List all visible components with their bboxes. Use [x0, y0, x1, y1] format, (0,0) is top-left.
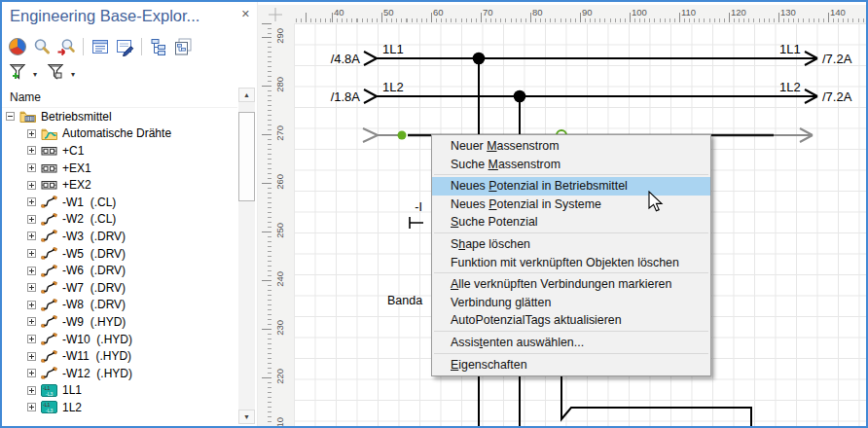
context-menu-item[interactable]: Suche Massenstrom — [432, 156, 710, 174]
dropdown-caret-icon[interactable]: ▾ — [33, 70, 37, 79]
context-menu-item[interactable]: Neuer Massenstrom — [432, 137, 710, 156]
h-ruler-label: 40 — [334, 7, 344, 18]
tree-row[interactable]: +EX2 — [2, 176, 237, 194]
h-ruler-label: 100 — [632, 7, 647, 18]
expand-icon[interactable] — [27, 232, 36, 240]
filter-settings-icon[interactable] — [46, 62, 67, 81]
net1-right-value: /7.2A — [822, 52, 852, 66]
net1-tag: 1L1 — [382, 42, 404, 56]
expand-icon[interactable] — [27, 181, 36, 190]
potential-line-1l2[interactable] — [364, 89, 817, 103]
name-column-header[interactable]: Name — [10, 90, 41, 104]
expand-icon[interactable] — [27, 197, 36, 206]
tree-row[interactable]: +C1 — [2, 142, 237, 160]
context-menu-item[interactable]: Funktion mit verknüpften Objekten lösche… — [432, 254, 710, 272]
context-menu-item[interactable]: Alle verknüpften Verbindungen markieren — [432, 275, 710, 294]
tree-item-label: -W9 (.HYD) — [62, 315, 126, 329]
tree-row[interactable]: Automatische Drähte — [2, 125, 237, 143]
clipped-device-tag: -I — [415, 200, 422, 214]
auto-wires-folder-icon — [41, 127, 57, 140]
expand-icon[interactable] — [27, 146, 36, 155]
scrollbar-thumb[interactable] — [238, 112, 255, 201]
explorer-toolbar — [8, 35, 193, 58]
contact-symbol[interactable] — [410, 217, 423, 229]
context-menu-item[interactable]: Verbindung glätten — [432, 294, 710, 312]
expand-icon[interactable] — [27, 335, 36, 343]
context-menu-item[interactable]: Neues Potenzial in Systeme — [432, 196, 710, 214]
context-menu-item[interactable]: Eigenschaften — [432, 356, 710, 374]
cable-icon — [41, 350, 57, 363]
tree-scrollbar[interactable]: ▲ ▼ — [238, 88, 255, 424]
context-menu-item[interactable]: AutoPotenzialTags aktualisieren — [432, 311, 710, 330]
tree-view-icon[interactable] — [149, 37, 168, 56]
tree-row[interactable]: -W9 (.HYD) — [2, 313, 237, 331]
potential-line-1l1[interactable] — [364, 52, 817, 65]
tree-item-label: -W6 (.DRV) — [62, 264, 126, 277]
context-menu-item[interactable]: Suche Potenzial — [432, 213, 710, 232]
edit-report-icon[interactable] — [115, 37, 134, 56]
cable-icon — [41, 196, 57, 208]
tree-row[interactable]: -W7 (.DRV) — [2, 279, 237, 297]
tree-row[interactable]: +EX1 — [2, 160, 237, 177]
context-menu-item[interactable]: Neues Potenzial in Betriebsmittel — [432, 177, 710, 196]
tree-row[interactable]: -W5 (.DRV) — [2, 245, 237, 263]
expand-icon[interactable] — [27, 129, 36, 138]
net2-right-tag: 1L2 — [779, 80, 801, 94]
tree-item-label: -W2 (.CL) — [62, 212, 116, 226]
tree-item-label: Betriebsmittel — [41, 110, 112, 124]
tree-row[interactable]: Betriebsmittel — [2, 108, 237, 125]
tree-row[interactable]: -W8 (.DRV) — [2, 297, 237, 314]
tree-item-label: Automatische Drähte — [62, 126, 171, 140]
tree-item-label: -W7 (.DRV) — [62, 281, 126, 295]
close-icon[interactable]: ✕ — [241, 9, 250, 19]
search-goto-icon[interactable] — [56, 37, 76, 56]
tree-row[interactable]: -W1 (.CL) — [2, 194, 237, 211]
explore-sphere-icon[interactable] — [8, 37, 27, 56]
expand-icon[interactable] — [27, 301, 36, 309]
connection-endpoint-dot[interactable] — [398, 131, 407, 140]
report-list-icon[interactable] — [90, 37, 110, 56]
tree-row[interactable]: -W12 (.HYD) — [2, 365, 237, 382]
v-ruler-label: 220 — [274, 369, 285, 384]
expand-icon[interactable] — [27, 215, 36, 224]
terminal-strip-icon — [41, 179, 57, 191]
scroll-down-icon[interactable]: ▼ — [238, 410, 255, 424]
application-window: Engineering Base-Explor... ✕ — [0, 0, 868, 428]
terminal-strip-icon — [41, 162, 57, 174]
tree-row[interactable]: -W2 (.CL) — [2, 211, 237, 229]
v-ruler-label: 270 — [274, 125, 285, 141]
ruler-corner — [258, 5, 294, 23]
filter-toolbar: ▾ ▾ — [8, 59, 82, 83]
tree-item-label: 1L2 — [62, 401, 82, 414]
vertical-ruler: 290280270260250240230220210 — [258, 23, 295, 426]
expand-icon[interactable] — [27, 163, 36, 172]
expand-icon[interactable] — [27, 369, 36, 377]
expand-icon[interactable] — [27, 403, 36, 411]
expand-icon[interactable] — [27, 267, 36, 275]
context-menu-item[interactable]: Assistenten auswählen... — [432, 334, 710, 352]
scroll-up-icon[interactable]: ▲ — [238, 88, 255, 102]
tree-row[interactable]: -W10 (.HYD) — [2, 331, 237, 348]
expand-icon[interactable] — [27, 283, 36, 292]
tree-row[interactable]: -L1-L31L2 — [2, 399, 237, 416]
menu-separator — [434, 174, 708, 175]
expand-icon[interactable] — [27, 352, 36, 361]
tree-row[interactable]: -L1-L31L1 — [2, 382, 237, 400]
add-filter-icon[interactable] — [8, 62, 29, 81]
tree-row[interactable]: -W3 (.DRV) — [2, 228, 237, 245]
tree-row[interactable]: -W11 (.HYD) — [2, 347, 237, 365]
expand-icon[interactable] — [27, 386, 36, 395]
expand-icon[interactable] — [27, 317, 36, 326]
cable-icon — [41, 281, 57, 294]
context-menu-item[interactable]: Shape löschen — [432, 235, 710, 254]
collapse-icon[interactable] — [6, 112, 15, 121]
clipped-text-label: Banda — [387, 294, 422, 307]
tree-copy-icon[interactable] — [173, 37, 193, 56]
tree-row[interactable]: -W6 (.DRV) — [2, 262, 237, 279]
net2-left-value: /1.8A — [331, 89, 361, 104]
horizontal-ruler: 405060708090100110120130140150 — [294, 5, 866, 24]
expand-icon[interactable] — [27, 249, 36, 258]
potential-icon: -L1-L3 — [41, 401, 57, 413]
search-icon[interactable] — [32, 37, 52, 56]
dropdown-caret-icon[interactable]: ▾ — [71, 70, 75, 79]
